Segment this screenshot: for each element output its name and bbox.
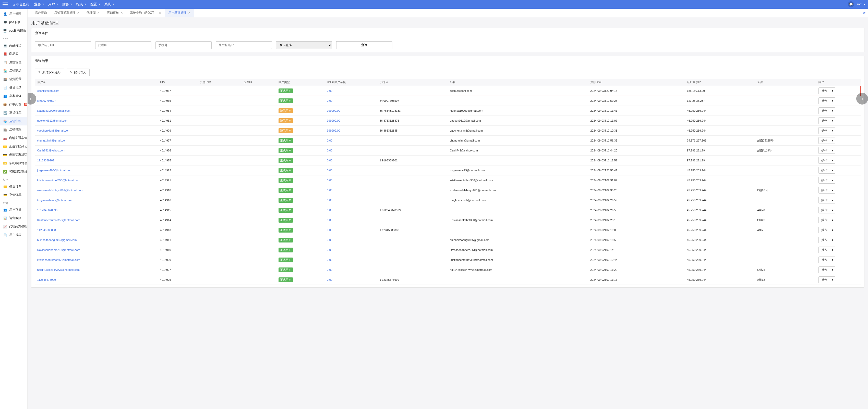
caret-down-icon[interactable]: ▾ bbox=[830, 98, 835, 104]
sidebar-item[interactable]: 🏬店铺管理 bbox=[0, 126, 27, 134]
topnav-home[interactable]: ⌂综合查询 bbox=[11, 1, 31, 8]
sidebar-item[interactable]: 📊运营数据 bbox=[0, 214, 27, 223]
close-icon[interactable]: ✕ bbox=[97, 11, 99, 14]
username-link[interactable]: 112345678999 bbox=[37, 278, 56, 281]
caret-down-icon[interactable]: ▾ bbox=[830, 108, 835, 114]
sidebar-item[interactable]: 📕商品库 bbox=[0, 50, 27, 58]
caret-down-icon[interactable]: ▾ bbox=[830, 117, 835, 124]
username-link[interactable]: gaoken0612@gmail.com bbox=[37, 119, 68, 122]
balance-link[interactable]: 999999.00 bbox=[327, 119, 340, 122]
agent-id-input[interactable] bbox=[95, 41, 151, 49]
close-icon[interactable]: ✕ bbox=[159, 11, 161, 14]
balance-link[interactable]: 0.00 bbox=[327, 278, 332, 281]
username-link[interactable]: kristiansenfrithof358@hotmail.com bbox=[37, 258, 81, 261]
sidebar-item[interactable]: 💳充值订单 bbox=[0, 191, 27, 199]
sidebar-item[interactable]: ↩️退货订单 bbox=[0, 109, 27, 117]
caret-down-icon[interactable]: ▾ bbox=[830, 247, 835, 253]
sidebar-item[interactable]: 👥卖家等级 bbox=[0, 92, 27, 100]
sidebar-item[interactable]: 👥用户存量 bbox=[0, 206, 27, 214]
caret-down-icon[interactable]: ▾ bbox=[830, 237, 835, 243]
username-link[interactable]: 840907793507 bbox=[37, 99, 56, 102]
action-button[interactable]: 操作▾ bbox=[818, 88, 835, 94]
balance-link[interactable]: 0.00 bbox=[327, 99, 332, 102]
caret-down-icon[interactable]: ▾ bbox=[830, 217, 835, 223]
username-link[interactable]: 1012345678999 bbox=[37, 209, 58, 212]
caret-down-icon[interactable]: ▾ bbox=[830, 277, 835, 283]
action-button[interactable]: 操作▾ bbox=[818, 127, 835, 134]
sidebar-item[interactable]: ✅买家对话审核 bbox=[0, 168, 27, 176]
sidebar-item[interactable]: 🖥️pos日志记录 bbox=[0, 27, 27, 35]
username-link[interactable]: kristiansenfrithof356@hotmail.com bbox=[37, 179, 81, 182]
action-button[interactable]: 操作▾ bbox=[818, 107, 835, 114]
sidebar-item[interactable]: 💳系统客服对话 bbox=[0, 159, 27, 168]
balance-link[interactable]: 999999.00 bbox=[327, 109, 340, 112]
menu-toggle-icon[interactable] bbox=[3, 2, 8, 7]
action-button[interactable]: 操作▾ bbox=[818, 147, 835, 154]
balance-link[interactable]: 0.00 bbox=[327, 238, 332, 241]
username-link[interactable]: ndk142sliocx4rwrvs@hotmail.com bbox=[37, 268, 80, 271]
sidebar-item[interactable]: 💳虚拟买家对话137 bbox=[0, 151, 27, 159]
sidebar-item[interactable]: 💳提现订单 bbox=[0, 182, 27, 191]
tab[interactable]: 系统参数（ROOT） ✕ bbox=[126, 9, 165, 18]
balance-link[interactable]: 0.00 bbox=[327, 189, 332, 192]
action-button[interactable]: 操作▾ bbox=[818, 217, 835, 224]
balance-link[interactable]: 0.00 bbox=[327, 169, 332, 172]
balance-link[interactable]: 0.00 bbox=[327, 89, 332, 92]
action-button[interactable]: 操作▾ bbox=[818, 117, 835, 124]
action-button[interactable]: 操作▾ bbox=[818, 97, 835, 104]
username-link[interactable]: tunglavashimh@hotmail.com bbox=[37, 199, 73, 202]
action-button[interactable]: 操作▾ bbox=[818, 227, 835, 233]
action-button[interactable]: 操作▾ bbox=[818, 157, 835, 164]
balance-link[interactable]: 0.00 bbox=[327, 248, 332, 251]
sidebar-item[interactable]: 💻商品分类 bbox=[0, 41, 27, 50]
phone-input[interactable] bbox=[155, 41, 212, 49]
username-link[interactable]: axelsenadalshteyn891@hotmail.com bbox=[37, 189, 83, 192]
action-button[interactable]: 操作▾ bbox=[818, 257, 835, 263]
topnav-item[interactable]: 报表 ▼ bbox=[74, 1, 88, 8]
topnav-item[interactable]: 配置 ▼ bbox=[88, 1, 102, 8]
caret-down-icon[interactable]: ▾ bbox=[830, 128, 835, 134]
caret-down-icon[interactable]: ▾ bbox=[830, 177, 835, 183]
caret-down-icon[interactable]: ▾ bbox=[830, 187, 835, 193]
account-type-select[interactable]: 所有账号 bbox=[276, 41, 332, 49]
close-icon[interactable]: ✕ bbox=[121, 11, 123, 14]
caret-down-icon[interactable]: ▾ bbox=[830, 137, 835, 143]
username-link[interactable]: Davidsenanders713@hotmail.com bbox=[37, 248, 80, 251]
caret-down-icon[interactable]: ▾ bbox=[830, 257, 835, 263]
carousel-next-icon[interactable]: › bbox=[856, 93, 868, 105]
caret-down-icon[interactable]: ▾ bbox=[830, 227, 835, 233]
sidebar-item[interactable]: 📄借货记录 bbox=[0, 83, 27, 92]
balance-link[interactable]: 0.00 bbox=[327, 199, 332, 202]
username-link[interactable]: 19163339201 bbox=[37, 159, 54, 162]
caret-down-icon[interactable]: ▾ bbox=[830, 167, 835, 173]
balance-link[interactable]: 0.00 bbox=[327, 139, 332, 142]
tab[interactable]: 综合查询 bbox=[31, 9, 51, 18]
tab[interactable]: 店铺直通车管理 ✕ bbox=[51, 9, 83, 18]
topnav-item[interactable]: 财务 ▼ bbox=[60, 1, 74, 8]
query-button[interactable]: 查询 bbox=[336, 41, 393, 49]
tab[interactable]: 代理商 ✕ bbox=[83, 9, 103, 18]
username-link[interactable]: jorgensen493@hotmail.com bbox=[37, 169, 72, 172]
sidebar-item[interactable]: 👤用户管理 bbox=[0, 10, 27, 18]
close-icon[interactable]: ✕ bbox=[77, 11, 80, 14]
chat-icon[interactable]: 💬 bbox=[848, 1, 854, 7]
action-button[interactable]: 操作▾ bbox=[818, 197, 835, 203]
action-button[interactable]: 操作▾ bbox=[818, 137, 835, 144]
username-link[interactable]: Canh741@yahoo.com bbox=[37, 149, 65, 152]
username-link[interactable]: xiaohoa10009@gmail.com bbox=[37, 109, 70, 112]
balance-link[interactable]: 0.00 bbox=[327, 258, 332, 261]
caret-down-icon[interactable]: ▾ bbox=[830, 147, 835, 154]
balance-link[interactable]: 0.00 bbox=[327, 209, 332, 212]
balance-link[interactable]: 0.00 bbox=[327, 268, 332, 271]
caret-down-icon[interactable]: ▾ bbox=[830, 88, 835, 94]
close-icon[interactable]: ✕ bbox=[188, 11, 190, 14]
caret-down-icon[interactable]: ▾ bbox=[830, 267, 835, 273]
last-login-ip-input[interactable] bbox=[216, 41, 272, 49]
balance-link[interactable]: 0.00 bbox=[327, 159, 332, 162]
caret-down-icon[interactable]: ▾ bbox=[830, 157, 835, 164]
sidebar-item[interactable]: 🚗店铺直通车管理 bbox=[0, 134, 27, 142]
action-button[interactable]: 操作▾ bbox=[818, 276, 835, 283]
balance-link[interactable]: 0.00 bbox=[327, 149, 332, 152]
topnav-item[interactable]: 用户 ▼ bbox=[46, 1, 60, 8]
action-button[interactable]: 操作▾ bbox=[818, 187, 835, 194]
